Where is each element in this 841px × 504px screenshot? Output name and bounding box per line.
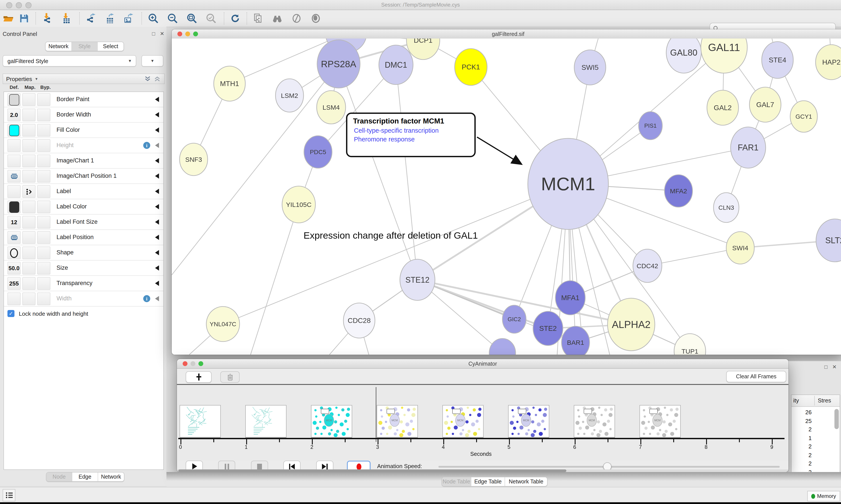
annotation-link[interactable]: Pheromone response <box>354 135 475 144</box>
node-bar1[interactable]: BAR1 <box>561 326 590 355</box>
expand-property-icon[interactable] <box>155 127 159 133</box>
style-options-button[interactable]: ▼ <box>142 55 163 67</box>
table-column-ity[interactable]: ity <box>793 397 799 404</box>
bypass-cell[interactable] <box>37 247 50 259</box>
export-network-button[interactable] <box>83 12 98 25</box>
default-value-cell[interactable] <box>7 185 21 198</box>
tab-edge[interactable]: Edge <box>72 472 98 481</box>
expand-property-icon[interactable] <box>155 219 159 224</box>
float-panel-icon[interactable]: □ <box>152 31 155 37</box>
node-slt2[interactable]: SLT2 <box>816 219 841 262</box>
open-session-button[interactable] <box>1 12 16 25</box>
expand-property-icon[interactable] <box>155 158 159 163</box>
node-far1[interactable]: FAR1 <box>731 127 766 168</box>
node-gal80[interactable]: GAL80 <box>666 38 701 73</box>
info-icon[interactable]: i <box>143 295 150 302</box>
delete-frame-button[interactable] <box>220 371 239 383</box>
bypass-cell[interactable] <box>37 216 50 229</box>
node-gal2[interactable]: GAL2 <box>707 90 738 125</box>
lock-size-checkbox[interactable]: ✓ <box>7 310 15 317</box>
default-value-cell[interactable] <box>7 93 21 106</box>
default-value-cell[interactable]: 2.0 <box>7 109 21 121</box>
edge[interactable] <box>417 280 548 328</box>
edge[interactable] <box>223 184 568 324</box>
node-tup1[interactable]: TUP1 <box>674 334 706 355</box>
bypass-cell[interactable] <box>37 93 50 106</box>
default-value-cell[interactable]: 255 <box>7 277 21 290</box>
table-cell[interactable]: 2 <box>791 452 812 458</box>
node-cdc28[interactable]: CDC28 <box>343 303 375 338</box>
property-row-label-color[interactable]: Label Color <box>4 199 163 215</box>
default-value-cell[interactable]: 12 <box>7 216 21 229</box>
property-row-image-chart-1[interactable]: Image/Chart 1 <box>4 153 163 168</box>
bypass-cell[interactable] <box>37 124 50 137</box>
zoom-fit-button[interactable] <box>184 12 199 25</box>
expand-property-icon[interactable] <box>155 143 159 148</box>
node-gcy1[interactable]: GCY1 <box>790 101 817 132</box>
export-image-button[interactable] <box>121 12 136 25</box>
node-gal11[interactable]: GAL11 <box>701 38 747 73</box>
add-frame-button[interactable] <box>186 371 212 383</box>
network-window-titlebar[interactable]: galFiltered.sif <box>172 29 841 39</box>
mapping-cell[interactable] <box>22 216 35 229</box>
bypass-cell[interactable] <box>37 170 50 183</box>
node-cln3[interactable]: CLN3 <box>714 193 739 222</box>
expand-property-icon[interactable] <box>155 265 159 271</box>
table-cell[interactable]: 1 <box>791 435 812 441</box>
edge[interactable] <box>396 65 417 280</box>
expand-property-icon[interactable] <box>155 189 159 194</box>
tab-network[interactable]: Network <box>46 42 72 51</box>
node-yil105c[interactable]: YIL105C <box>282 186 315 223</box>
frame-thumbnail-0[interactable] <box>180 405 221 437</box>
tab-node[interactable]: Node <box>47 472 72 481</box>
node-pck1[interactable]: PCK1 <box>455 49 487 85</box>
frame-thumbnail-6[interactable]: MCM <box>574 405 615 437</box>
show-details-button[interactable] <box>308 12 323 25</box>
node-mfa2[interactable]: MFA2 <box>664 175 693 207</box>
bypass-cell[interactable] <box>37 139 50 152</box>
expand-property-icon[interactable] <box>155 235 159 240</box>
property-row-height[interactable]: Heighti <box>4 138 163 153</box>
property-row-label-font-size[interactable]: 12Label Font Size <box>4 215 163 230</box>
node-lsm2[interactable]: LSM2 <box>275 79 304 112</box>
expand-property-icon[interactable] <box>155 174 159 179</box>
search-tool-button[interactable] <box>270 12 285 25</box>
bypass-cell[interactable] <box>37 201 50 213</box>
bypass-cell[interactable] <box>37 231 50 244</box>
default-value-cell[interactable] <box>7 292 21 305</box>
duplicate-network-button[interactable] <box>251 12 265 25</box>
scrollbar-thumb[interactable] <box>178 469 566 472</box>
default-value-cell[interactable] <box>7 170 21 183</box>
default-value-cell[interactable] <box>7 139 21 152</box>
frame-thumbnail-4[interactable]: MCM <box>442 405 484 437</box>
table-cell[interactable]: 2 <box>791 460 812 467</box>
mapping-cell[interactable] <box>22 185 35 198</box>
node-pdc5[interactable]: PDC5 <box>304 136 332 168</box>
property-row-size[interactable]: 50.0Size <box>4 260 163 276</box>
mapping-cell[interactable] <box>22 277 35 290</box>
property-row-label-position[interactable]: Label Position <box>4 230 163 245</box>
table-cell[interactable]: 25 <box>791 417 812 424</box>
cyanimator-titlebar[interactable]: CyAnimator <box>177 359 788 369</box>
node-rps28a[interactable]: RPS28A <box>317 40 360 88</box>
frame-thumbnail-2[interactable]: MCM <box>311 405 352 437</box>
table-column-stress[interactable]: Stres <box>818 397 831 404</box>
bypass-cell[interactable] <box>37 155 50 167</box>
memory-button[interactable]: Memory <box>807 491 840 501</box>
node-fus1[interactable] <box>489 339 516 355</box>
node-gal7[interactable]: GAL7 <box>749 87 781 122</box>
node-gic2[interactable]: GIC2 <box>502 305 526 333</box>
tab-network-table[interactable]: Network Table <box>505 477 547 486</box>
properties-header[interactable]: Properties ▼ <box>3 74 165 84</box>
timeline[interactable]: MCMMCMMCMMCMMCMMCM 0123456789 Seconds <box>177 385 788 461</box>
property-row-fill-color[interactable]: Fill Color <box>4 123 163 138</box>
frame-thumbnail-1[interactable] <box>245 405 286 437</box>
style-selector-dropdown[interactable]: galFiltered Style ▼ <box>3 55 136 67</box>
table-cell[interactable]: 2 <box>791 443 812 450</box>
default-value-cell[interactable] <box>7 231 21 244</box>
expand-property-icon[interactable] <box>155 250 159 255</box>
collapse-all-icon[interactable] <box>154 76 161 82</box>
default-value-cell[interactable] <box>7 201 21 213</box>
import-network-button[interactable] <box>39 12 54 25</box>
network-canvas[interactable]: RPS28ADMC1DCP1PCK1MTH1LSM2LSM4SNF3PDC5YI… <box>172 38 841 355</box>
